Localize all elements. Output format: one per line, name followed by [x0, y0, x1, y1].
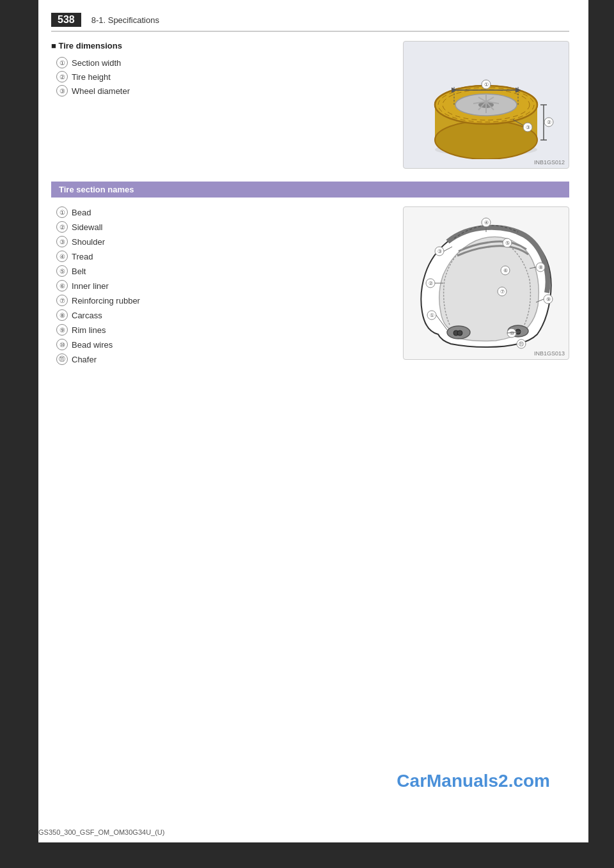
item-label: Tire height	[72, 72, 111, 82]
item-label: Bead wires	[72, 340, 113, 350]
footer-filename: GS350_300_GSF_OM_OM30G34U_(U)	[38, 828, 164, 836]
item-label: Carcass	[72, 311, 102, 320]
svg-text:③: ③	[437, 249, 442, 254]
item-label: Shoulder	[72, 237, 105, 247]
tire-diagram-svg: ① ② ③	[416, 50, 556, 159]
page: 538 8-1. Specifications Tire dimensions …	[0, 0, 614, 868]
tire-dimensions-section: Tire dimensions ① Section width ② Tire h…	[51, 41, 569, 169]
page-header: 538 8-1. Specifications	[51, 13, 569, 32]
svg-text:⑧: ⑧	[539, 265, 543, 270]
tire-dimensions-heading: Tire dimensions	[51, 41, 390, 50]
list-item: ⑨ Rim lines	[56, 324, 390, 336]
item-num: ④	[56, 251, 68, 262]
item-num: ②	[56, 221, 68, 233]
list-item: ⑧ Carcass	[56, 309, 390, 321]
list-item: ② Tire height	[56, 71, 390, 82]
content-area: 538 8-1. Specifications Tire dimensions …	[38, 0, 588, 842]
list-item: ⑪ Chafer	[56, 353, 390, 365]
item-label: Wheel diameter	[72, 86, 130, 96]
item-label: Inner liner	[72, 281, 109, 291]
item-label: Rim lines	[72, 325, 106, 335]
svg-point-33	[457, 330, 462, 336]
svg-text:④: ④	[484, 220, 489, 226]
cross-section-box: ④ ③ ② ①	[403, 206, 569, 360]
tire-sections-list: ① Bead ② Sidewall ③ Shoulder ④	[51, 206, 390, 365]
list-item: ② Sidewall	[56, 221, 390, 233]
cross-section-svg: ④ ③ ② ①	[413, 216, 560, 350]
tire-sections-container: ① Bead ② Sidewall ③ Shoulder ④	[51, 206, 569, 368]
list-item: ⑦ Reinforcing rubber	[56, 295, 390, 306]
item-label: Chafer	[72, 355, 97, 364]
item-num: ①	[56, 57, 68, 68]
tire-section-names-heading: Tire section names	[51, 182, 569, 198]
svg-text:⑦: ⑦	[500, 289, 505, 295]
watermark: CarManuals2.com	[397, 771, 550, 791]
list-item: ④ Tread	[56, 251, 390, 262]
tire-diagram-box: ① ② ③ INB	[403, 41, 569, 169]
list-item: ③ Shoulder	[56, 236, 390, 247]
item-label: Bead	[72, 208, 91, 217]
list-item: ① Bead	[56, 206, 390, 218]
header-title: 8-1. Specifications	[91, 15, 159, 25]
item-num: ①	[56, 206, 68, 218]
item-num: ②	[56, 71, 68, 82]
item-label: Belt	[72, 267, 86, 276]
list-item: ⑥ Inner liner	[56, 280, 390, 291]
svg-point-3	[435, 121, 537, 159]
svg-text:①: ①	[484, 82, 489, 88]
page-number: 538	[51, 13, 81, 27]
item-num: ③	[56, 236, 68, 247]
svg-text:⑤: ⑤	[505, 240, 510, 246]
tire-section-names-section: Tire section names ① Bead ② Sidewall	[51, 182, 569, 368]
svg-text:⑥: ⑥	[503, 268, 508, 274]
item-num: ⑦	[56, 295, 68, 306]
item-num: ⑨	[56, 324, 68, 336]
tire-sections-list-area: ① Bead ② Sidewall ③ Shoulder ④	[51, 206, 390, 368]
svg-text:③: ③	[526, 125, 530, 130]
item-num: ⑤	[56, 265, 68, 277]
list-item: ① Section width	[56, 57, 390, 68]
left-border	[0, 0, 38, 868]
list-item: ③ Wheel diameter	[56, 85, 390, 97]
svg-text:①: ①	[430, 313, 434, 318]
svg-text:⑨: ⑨	[546, 297, 551, 302]
tire-dimensions-list: ① Section width ② Tire height ③ Wheel di…	[51, 57, 390, 97]
item-num: ③	[56, 85, 68, 97]
tire-diagram-label: INB1GS012	[534, 159, 565, 166]
item-label: Sidewall	[72, 222, 102, 232]
item-label: Tread	[72, 252, 93, 261]
svg-text:⑩: ⑩	[510, 330, 514, 336]
item-label: Section width	[72, 58, 121, 68]
svg-text:②: ②	[547, 120, 551, 125]
item-num: ⑧	[56, 309, 68, 321]
bottom-border	[0, 842, 614, 868]
item-num: ⑩	[56, 339, 68, 350]
svg-text:②: ②	[429, 281, 433, 286]
list-item: ⑩ Bead wires	[56, 339, 390, 350]
right-border	[588, 0, 614, 868]
item-num: ⑪	[56, 353, 68, 365]
svg-text:⑪: ⑪	[519, 341, 524, 347]
list-item: ⑤ Belt	[56, 265, 390, 277]
item-label: Reinforcing rubber	[72, 296, 140, 306]
cross-section-label: INB1GS013	[534, 350, 565, 357]
item-num: ⑥	[56, 280, 68, 291]
tire-dimensions-left: Tire dimensions ① Section width ② Tire h…	[51, 41, 390, 169]
